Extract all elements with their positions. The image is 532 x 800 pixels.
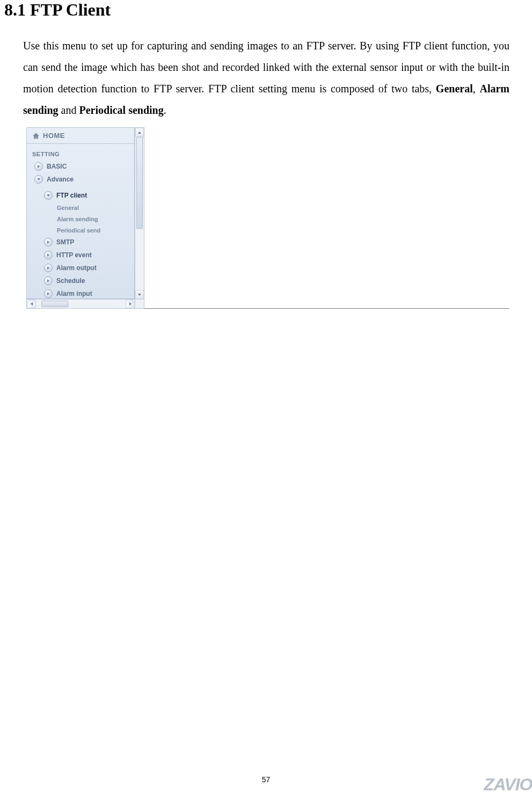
para-text-4: . [164, 104, 166, 116]
horizontal-scrollbar[interactable] [27, 299, 135, 308]
vertical-scrollbar[interactable] [135, 128, 144, 299]
nav-home[interactable]: HOME [27, 128, 134, 144]
chevron-right-icon [44, 238, 53, 246]
scroll-down-arrow-icon[interactable] [135, 290, 144, 299]
nav-smtp[interactable]: SMTP [27, 236, 134, 249]
scroll-right-arrow-icon[interactable] [126, 300, 135, 308]
nav-basic-label: BASIC [47, 163, 67, 170]
chevron-right-icon [44, 251, 53, 259]
chevron-right-icon [44, 277, 53, 285]
nav-alarm-input-label: Alarm input [56, 290, 92, 297]
nav-advance[interactable]: Advance [27, 173, 134, 186]
nav-advance-label: Advance [47, 176, 74, 183]
nav-schedule[interactable]: Schedule [27, 274, 134, 287]
nav-http-event-label: HTTP event [56, 251, 92, 259]
page-number: 57 [0, 775, 532, 784]
nav-setting-header: SETTING [27, 148, 134, 160]
nav-home-label: HOME [43, 132, 65, 140]
settings-nav-screenshot: HOME SETTING BASIC Advance FTP client Ge… [26, 127, 144, 309]
nav-alarm-output-label: Alarm output [56, 264, 97, 272]
nav-alarm-output[interactable]: Alarm output [27, 261, 134, 274]
section-paragraph: Use this menu to set up for capturing an… [23, 35, 509, 121]
hscroll-thumb[interactable] [41, 301, 68, 307]
chevron-down-icon [44, 191, 53, 200]
nav-alarm-input[interactable]: Alarm input [27, 287, 134, 299]
scroll-left-arrow-icon[interactable] [27, 300, 36, 308]
vscroll-track[interactable] [135, 137, 144, 290]
para-text-2: , [473, 83, 480, 94]
nav-basic[interactable]: BASIC [27, 160, 134, 173]
nav-ftp-general-label: General [57, 205, 79, 211]
nav-ftp-client-label: FTP client [56, 192, 87, 199]
nav-ftp-client[interactable]: FTP client [27, 189, 134, 202]
para-bold-general: General [436, 83, 473, 94]
home-icon [32, 132, 40, 140]
vscroll-thumb[interactable] [136, 137, 143, 229]
nav-http-event[interactable]: HTTP event [27, 249, 134, 261]
nav-smtp-label: SMTP [56, 238, 74, 246]
chevron-right-icon [34, 162, 43, 171]
scrollbar-corner [135, 299, 144, 308]
chevron-right-icon [44, 264, 53, 272]
chevron-right-icon [44, 289, 53, 298]
footer-brand-logo: ZAVIO [484, 775, 532, 795]
nav-ftp-general[interactable]: General [27, 202, 134, 213]
nav-ftp-alarm-sending-label: Alarm sending [57, 216, 98, 222]
para-bold-periodical: Periodical sending [79, 104, 163, 116]
nav-ftp-alarm-sending[interactable]: Alarm sending [27, 213, 134, 224]
para-text-3: and [59, 104, 79, 116]
hscroll-track[interactable] [36, 300, 126, 308]
chevron-down-icon [34, 175, 43, 184]
nav-ftp-periodical-sending[interactable]: Periodical send [27, 224, 134, 236]
nav-ftp-periodical-sending-label: Periodical send [57, 227, 100, 234]
nav-schedule-label: Schedule [56, 277, 85, 285]
section-heading: 8.1 FTP Client [4, 0, 509, 20]
scroll-up-arrow-icon[interactable] [135, 128, 144, 137]
